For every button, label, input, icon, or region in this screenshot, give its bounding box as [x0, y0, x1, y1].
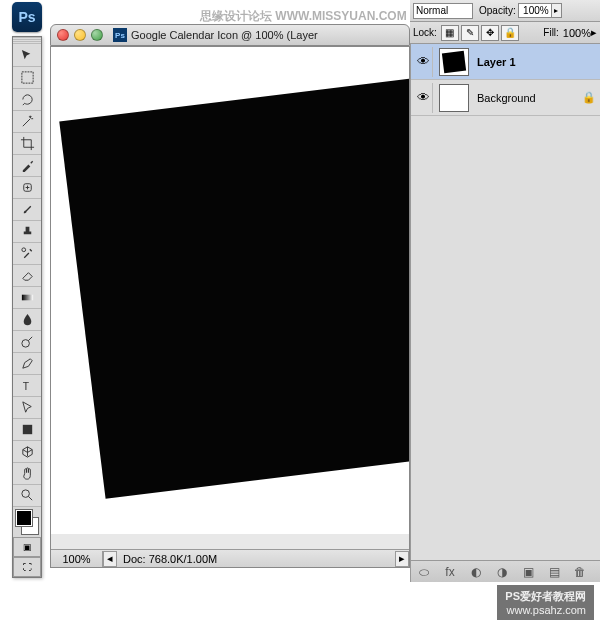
- svg-rect-0: [21, 72, 32, 83]
- canvas-content: [59, 75, 409, 498]
- opacity-arrow-icon[interactable]: ▸: [552, 3, 562, 18]
- document-title: Google Calendar Icon @ 100% (Layer: [131, 29, 318, 41]
- color-swatches[interactable]: [13, 507, 41, 537]
- history-brush-tool[interactable]: [13, 243, 41, 265]
- fill-arrow-icon[interactable]: ▸: [591, 26, 597, 39]
- layers-panel-footer: ⬭ fx ◐ ◑ ▣ ▤ 🗑: [411, 560, 600, 582]
- layer-row[interactable]: 👁 Layer 1: [411, 44, 600, 80]
- screen-mode-toggle[interactable]: ⛶: [13, 557, 41, 577]
- lock-pixels-icon[interactable]: ✎: [461, 25, 479, 41]
- shape-tool[interactable]: [13, 419, 41, 441]
- dodge-tool[interactable]: [13, 331, 41, 353]
- toolbox: T ▣ ⛶: [12, 36, 42, 578]
- new-layer-icon[interactable]: ▤: [544, 564, 564, 580]
- lock-label: Lock:: [413, 27, 437, 38]
- layer-name[interactable]: Background: [477, 92, 536, 104]
- marquee-tool[interactable]: [13, 67, 41, 89]
- scroll-left-icon[interactable]: ◂: [103, 551, 117, 567]
- fx-icon[interactable]: fx: [440, 564, 460, 580]
- window-controls: [57, 29, 103, 41]
- opacity-value[interactable]: 100%: [518, 3, 552, 18]
- watermark-bottom: PS爱好者教程网 www.psahz.com: [497, 585, 594, 620]
- crop-tool[interactable]: [13, 133, 41, 155]
- visibility-icon[interactable]: 👁: [415, 47, 433, 77]
- layer-row[interactable]: 👁 Background 🔒: [411, 80, 600, 116]
- trash-icon[interactable]: 🗑: [570, 564, 590, 580]
- gradient-tool[interactable]: [13, 287, 41, 309]
- watermark-top: 思缘设计论坛 WWW.MISSYUAN.COM: [200, 8, 407, 25]
- lock-bar: Lock: ▦ ✎ ✥ 🔒 Fill: 100% ▸: [410, 22, 600, 44]
- document-titlebar[interactable]: Ps Google Calendar Icon @ 100% (Layer: [50, 24, 410, 46]
- quick-mask-toggle[interactable]: ▣: [13, 537, 41, 557]
- svg-point-7: [21, 490, 29, 498]
- link-layers-icon[interactable]: ⬭: [414, 564, 434, 580]
- options-bar: Opacity: 100% ▸: [410, 0, 600, 22]
- lasso-tool[interactable]: [13, 89, 41, 111]
- lock-transparency-icon[interactable]: ▦: [441, 25, 459, 41]
- brush-tool[interactable]: [13, 199, 41, 221]
- toolbox-grip[interactable]: [13, 37, 41, 45]
- svg-point-2: [21, 248, 25, 252]
- layers-panel: 👁 Layer 1 👁 Background 🔒 ⬭ fx ◐ ◑ ▣ ▤ 🗑: [410, 44, 600, 582]
- layer-thumbnail[interactable]: [439, 84, 469, 112]
- blur-tool[interactable]: [13, 309, 41, 331]
- svg-rect-3: [21, 295, 32, 301]
- document-badge-icon: Ps: [113, 28, 127, 42]
- move-tool[interactable]: [13, 45, 41, 67]
- foreground-color-swatch[interactable]: [16, 510, 32, 526]
- doc-info[interactable]: Doc: 768.0K/1.00M: [117, 553, 223, 565]
- folder-icon[interactable]: ▣: [518, 564, 538, 580]
- blend-mode-select[interactable]: [413, 3, 473, 19]
- lock-position-icon[interactable]: ✥: [481, 25, 499, 41]
- adjust-icon[interactable]: ◑: [492, 564, 512, 580]
- zoom-tool[interactable]: [13, 485, 41, 507]
- 3d-tool[interactable]: [13, 441, 41, 463]
- visibility-icon[interactable]: 👁: [415, 83, 433, 113]
- pen-tool[interactable]: [13, 353, 41, 375]
- hand-tool[interactable]: [13, 463, 41, 485]
- status-bar: 100% ◂ Doc: 768.0K/1.00M ▸: [51, 549, 409, 567]
- layer-thumbnail[interactable]: [439, 48, 469, 76]
- mask-icon[interactable]: ◐: [466, 564, 486, 580]
- eyedropper-tool[interactable]: [13, 155, 41, 177]
- lock-all-icon[interactable]: 🔒: [501, 25, 519, 41]
- horizontal-scrollbar[interactable]: [51, 534, 409, 549]
- healing-tool[interactable]: [13, 177, 41, 199]
- eraser-tool[interactable]: [13, 265, 41, 287]
- wand-tool[interactable]: [13, 111, 41, 133]
- layer-name[interactable]: Layer 1: [477, 56, 516, 68]
- svg-text:T: T: [22, 381, 29, 392]
- opacity-label: Opacity:: [479, 5, 516, 16]
- minimize-icon[interactable]: [74, 29, 86, 41]
- type-tool[interactable]: T: [13, 375, 41, 397]
- svg-point-4: [21, 340, 29, 348]
- document-window: 100% ◂ Doc: 768.0K/1.00M ▸: [50, 46, 410, 568]
- lock-icon: 🔒: [582, 91, 596, 104]
- fill-label: Fill:: [543, 27, 559, 38]
- zoom-level[interactable]: 100%: [51, 551, 103, 567]
- path-select-tool[interactable]: [13, 397, 41, 419]
- canvas[interactable]: [51, 47, 409, 567]
- close-icon[interactable]: [57, 29, 69, 41]
- scroll-right-icon[interactable]: ▸: [395, 551, 409, 567]
- svg-rect-6: [22, 425, 31, 434]
- app-logo: Ps: [12, 2, 42, 32]
- zoom-window-icon[interactable]: [91, 29, 103, 41]
- stamp-tool[interactable]: [13, 221, 41, 243]
- fill-value[interactable]: 100%: [563, 27, 591, 39]
